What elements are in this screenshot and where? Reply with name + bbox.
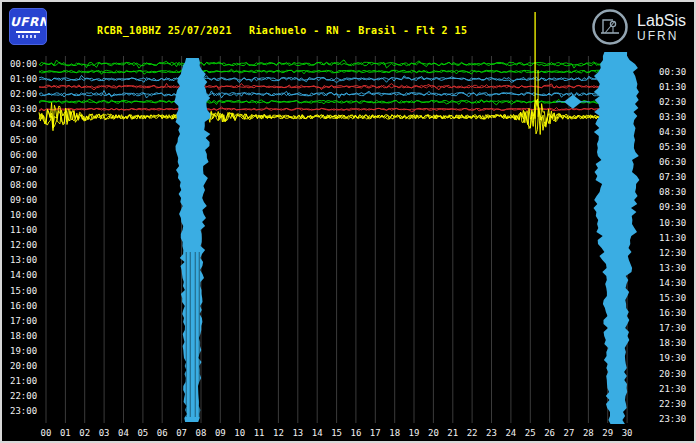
ufrn-logo: UFRN (9, 8, 47, 45)
ufrn-logo-text: UFRN (10, 15, 46, 29)
helicorder-window: UFRN RCBR_10BHZ 25/07/2021 Riachuelo - R… (0, 0, 696, 443)
labsis-logo-icon (590, 7, 630, 47)
labsis-logo-subtext: UFRN (637, 29, 686, 43)
station-title: RCBR_10BHZ 25/07/2021 (97, 25, 232, 36)
labsis-logo: LabSis UFRN (590, 7, 686, 47)
location-title: Riachuelo - RN - Brasil - Flt 2 15 (249, 25, 467, 36)
ufrn-logo-subtext (18, 35, 38, 38)
labsis-logo-textblock: LabSis UFRN (637, 12, 686, 43)
ufrn-logo-bar (16, 31, 40, 33)
seismogram-plot (2, 2, 696, 443)
labsis-logo-text: LabSis (637, 12, 686, 29)
